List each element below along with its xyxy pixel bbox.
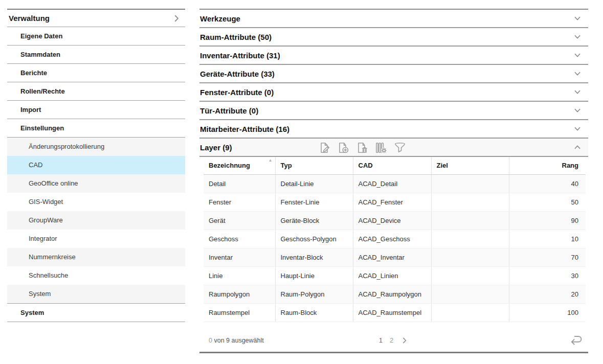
column-settings-icon[interactable]: [374, 141, 388, 155]
panel-bottom-divider: [199, 352, 588, 353]
table-row[interactable]: Linie Haupt-Linie ACAD_Linien 30: [204, 266, 586, 285]
accordion-header[interactable]: Geräte-Attribute (33): [199, 65, 588, 83]
table-row[interactable]: Gerät Geräte-Block ACAD_Device 90: [204, 211, 586, 230]
table-row[interactable]: Fenster Fenster-Linie ACAD_Fenster 50: [204, 193, 586, 211]
page-number[interactable]: 1: [379, 336, 383, 344]
settings-subitems: Änderungsprotokollierung CAD GeoOffice o…: [7, 138, 185, 304]
cell-bezeichnung: Raumstempel: [204, 303, 275, 322]
sidebar-subitem[interactable]: Nummernkreise: [7, 248, 185, 266]
cell-rang: 70: [509, 248, 586, 266]
layer-table-header-row: Bezeichnung ▲ Typ CAD Ziel Rang: [204, 157, 586, 174]
table-row[interactable]: Raumstempel Raum-Block ACAD_Raumstempel …: [204, 303, 586, 322]
cell-bezeichnung: Geschoss: [204, 230, 275, 248]
return-icon[interactable]: [569, 333, 584, 347]
cell-typ: Geräte-Block: [275, 211, 353, 230]
cell-rang: 40: [509, 174, 586, 193]
add-record-icon[interactable]: [336, 141, 350, 155]
column-header-ziel[interactable]: Ziel: [431, 157, 509, 174]
accordion-header[interactable]: Mitarbeiter-Attribute (16): [199, 120, 588, 139]
delete-record-icon[interactable]: [355, 141, 369, 155]
sidebar-subitem[interactable]: GeoOffice online: [7, 174, 185, 193]
pagination: 1 2: [379, 336, 409, 345]
filter-icon[interactable]: [393, 141, 407, 155]
settings-cad-panel: Werkzeuge Raum-Attribute (50) Inventar-A…: [199, 9, 588, 353]
sidebar-item-system[interactable]: System: [7, 304, 185, 322]
sidebar-item[interactable]: Stammdaten: [7, 46, 185, 64]
chevron-down-icon: [573, 69, 582, 78]
sidebar-item[interactable]: Eigene Daten: [7, 27, 185, 46]
accordion-label: Mitarbeiter-Attribute (16): [200, 125, 289, 133]
cell-cad: ACAD_Device: [353, 211, 431, 230]
layer-toolbar: [317, 139, 407, 157]
sidebar-item[interactable]: Einstellungen: [7, 119, 185, 138]
next-page-icon[interactable]: [400, 336, 409, 345]
selection-status: 0 von 9 ausgewählt: [199, 337, 264, 344]
sort-ascending-icon: ▲: [269, 158, 273, 163]
cell-rang: 10: [509, 230, 586, 248]
column-header-rang[interactable]: Rang: [509, 157, 586, 174]
cell-cad: ACAD_Geschoss: [353, 230, 431, 248]
chevron-down-icon: [573, 87, 582, 97]
accordion-header[interactable]: Inventar-Attribute (31): [199, 47, 588, 65]
cell-typ: Detail-Linie: [275, 174, 353, 193]
cell-rang: 30: [509, 266, 586, 285]
accordion-header[interactable]: Tür-Attribute (0): [199, 102, 588, 120]
accordion-label: Tür-Attribute (0): [200, 106, 258, 115]
sidebar-item[interactable]: Rollen/Rechte: [7, 82, 185, 101]
sidebar-item[interactable]: Berichte: [7, 64, 185, 82]
accordion-header-layer[interactable]: Layer (9): [199, 139, 588, 157]
sidebar-subitem[interactable]: Schnellsuche: [7, 266, 185, 285]
cell-bezeichnung: Fenster: [204, 193, 275, 211]
cell-ziel: [431, 193, 509, 211]
accordion-label: Inventar-Attribute (31): [200, 51, 280, 60]
accordion-header[interactable]: Werkzeuge: [199, 10, 588, 28]
cell-cad: ACAD_Raumstempel: [353, 303, 431, 322]
cell-typ: Geschoss-Polygon: [275, 230, 353, 248]
table-row[interactable]: Geschoss Geschoss-Polygon ACAD_Geschoss …: [204, 230, 586, 248]
cell-typ: Haupt-Linie: [275, 266, 353, 285]
sidebar-subitem[interactable]: CAD: [7, 156, 185, 174]
cell-bezeichnung: Gerät: [204, 211, 275, 230]
accordion-label: Geräte-Attribute (33): [200, 70, 275, 78]
chevron-up-icon: [573, 143, 582, 152]
cell-rang: 20: [509, 285, 586, 303]
column-header-typ[interactable]: Typ: [275, 157, 353, 174]
column-header-bezeichnung[interactable]: Bezeichnung ▲: [204, 157, 275, 174]
page-number[interactable]: 2: [390, 336, 393, 344]
column-header-cad[interactable]: CAD: [353, 157, 431, 174]
chevron-down-icon: [573, 106, 582, 115]
cell-ziel: [431, 303, 509, 322]
accordion-label: Fenster-Attribute (0): [200, 88, 274, 97]
table-row[interactable]: Raumpolygon Raum-Polygon ACAD_Raumpolygo…: [204, 285, 586, 303]
cell-typ: Raum-Polygon: [275, 285, 353, 303]
sidebar-subitem[interactable]: Änderungsprotokollierung: [7, 138, 185, 156]
sidebar-subitem[interactable]: GIS-Widget: [7, 193, 185, 211]
chevron-down-icon: [573, 51, 582, 60]
table-row[interactable]: Inventar Inventar-Block ACAD_Inventar 70: [204, 248, 586, 266]
cell-ziel: [431, 266, 509, 285]
sidebar-header-verwaltung[interactable]: Verwaltung: [7, 10, 185, 27]
sidebar-subitem[interactable]: System: [7, 285, 185, 303]
sidebar-item[interactable]: Import: [7, 101, 185, 119]
sidebar-subitem[interactable]: GroupWare: [7, 211, 185, 230]
cell-typ: Raum-Block: [275, 303, 353, 322]
accordion-label-layer: Layer (9): [200, 143, 232, 152]
cell-cad: ACAD_Fenster: [353, 193, 431, 211]
sidebar-subitem[interactable]: Integrator: [7, 230, 185, 248]
cell-typ: Fenster-Linie: [275, 193, 353, 211]
cell-rang: 100: [509, 303, 586, 322]
cell-typ: Inventar-Block: [275, 248, 353, 266]
table-row[interactable]: Detail Detail-Linie ACAD_Detail 40: [204, 174, 586, 193]
chevron-right-icon: [172, 14, 181, 23]
cell-rang: 90: [509, 211, 586, 230]
cell-ziel: [431, 230, 509, 248]
cell-ziel: [431, 248, 509, 266]
cell-bezeichnung: Detail: [204, 174, 275, 193]
accordion-header[interactable]: Raum-Attribute (50): [199, 28, 588, 47]
sidebar-title: Verwaltung: [9, 14, 50, 22]
accordion-header[interactable]: Fenster-Attribute (0): [199, 83, 588, 102]
cell-cad: ACAD_Linien: [353, 266, 431, 285]
chevron-down-icon: [573, 124, 582, 133]
edit-record-icon[interactable]: [317, 141, 331, 155]
cell-ziel: [431, 174, 509, 193]
